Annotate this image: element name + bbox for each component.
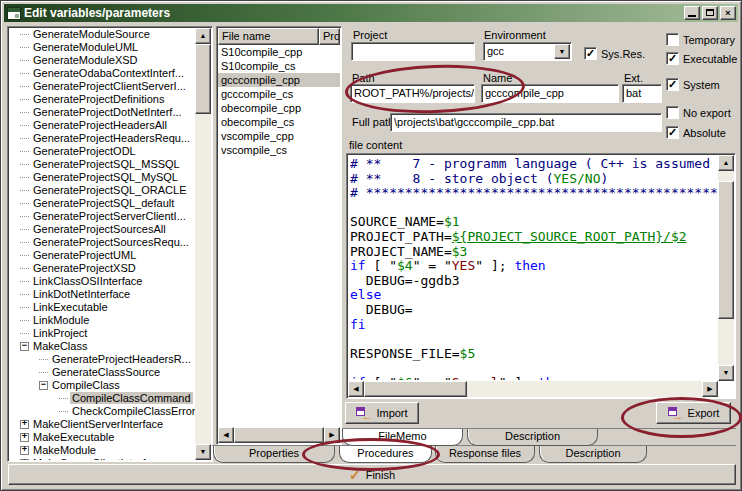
full-path-field[interactable]: \projects\bat\gcccompile_cpp.bat	[390, 113, 662, 132]
checkbox-box[interactable]: ✓	[666, 78, 679, 91]
tree-item-generateprojectsourcesrequ-[interactable]: GenerateProjectSourcesRequ...	[9, 236, 195, 249]
editor-hscroll-thumb[interactable]	[364, 381, 467, 397]
scroll-down-icon[interactable]: ▼	[195, 444, 211, 460]
checkbox-box[interactable]: ✓	[666, 52, 679, 65]
scroll-down-icon[interactable]: ▼	[718, 365, 734, 381]
project-field[interactable]	[351, 42, 475, 61]
file-list-item-S10compile_cpp[interactable]: S10compile_cpp	[218, 45, 340, 59]
tab-filememo[interactable]: FileMemo	[342, 429, 463, 446]
editor-vscroll-thumb[interactable]	[718, 181, 734, 319]
import-button[interactable]: ← Import	[345, 402, 419, 424]
tree-item-generateprojectheadersrequ-[interactable]: GenerateProjectHeadersRequ...	[9, 132, 195, 145]
tree-item-generateprojectheadersall[interactable]: GenerateProjectHeadersAll	[9, 119, 195, 132]
tree-item-generateprojectheadersr-[interactable]: GenerateProjectHeadersR...	[9, 353, 195, 366]
tree-item-generateprojectdotnetinterf-[interactable]: GenerateProjectDotNetInterf...	[9, 106, 195, 119]
executable-checkbox[interactable]: ✓Executable	[666, 52, 737, 65]
finish-button[interactable]: ✓ Finish	[8, 464, 736, 485]
tree-item-generatemoduleuml[interactable]: GenerateModuleUML	[9, 41, 195, 54]
tree-item-linkclassosiinterface[interactable]: LinkClassOSIInterface	[9, 275, 195, 288]
tab-response-files[interactable]: Response files	[435, 446, 535, 463]
tree-scrollbar[interactable]: ▲ ▼	[195, 28, 211, 460]
file-list-item-vscompile_cpp[interactable]: vscompile_cpp	[218, 129, 340, 143]
minimize-button[interactable]	[684, 6, 700, 20]
scroll-left-icon[interactable]: ◀	[348, 381, 364, 397]
tree-item-makemodule[interactable]: +MakeModule	[9, 444, 195, 457]
export-button[interactable]: → Export	[656, 402, 731, 424]
collapse-icon[interactable]: −	[20, 342, 29, 351]
tree-item-generateprojectuml[interactable]: GenerateProjectUML	[9, 249, 195, 262]
tree-item-makeexecutable[interactable]: +MakeExecutable	[9, 431, 195, 444]
tree-item-linkexecutable[interactable]: LinkExecutable	[9, 301, 195, 314]
temporary-checkbox[interactable]: Temporary	[666, 33, 735, 46]
absolute-checkbox[interactable]: ✓Absolute	[666, 126, 726, 139]
file-list-item-obecompile_cpp[interactable]: obecompile_cpp	[218, 101, 340, 115]
file-list-item-S10compile_cs[interactable]: S10compile_cs	[218, 59, 340, 73]
checkbox-box[interactable]	[666, 106, 679, 119]
noexport-checkbox[interactable]: No export	[666, 106, 731, 119]
tree-item-generatemodulesource[interactable]: GenerateModuleSource	[9, 28, 195, 41]
tree-item-generateprojectserverclienti-[interactable]: GenerateProjectServerClientI...	[9, 210, 195, 223]
checkbox-box[interactable]	[666, 33, 679, 46]
maximize-button[interactable]	[702, 6, 718, 20]
tab-properties[interactable]: Properties	[213, 446, 335, 463]
tree-item-linkproject[interactable]: LinkProject	[9, 327, 195, 340]
file-content-editor[interactable]: # ** 7 - programm language ( C++ is assu…	[346, 153, 736, 399]
tree-item-generatemodulexsd[interactable]: GenerateModuleXSD	[9, 54, 195, 67]
environment-combobox[interactable]: gcc ▼	[483, 42, 572, 61]
tree-item-generateclasssource[interactable]: GenerateClassSource	[9, 366, 195, 379]
expand-icon[interactable]: +	[20, 446, 29, 455]
scroll-up-icon[interactable]: ▲	[195, 28, 211, 44]
tree-item-makeclass[interactable]: −MakeClass	[9, 340, 195, 353]
file-list-hscrollbar[interactable]: ◀ ▶	[218, 427, 340, 443]
tree-item-compileclasscommand[interactable]: CompileClassCommand	[9, 392, 195, 405]
tree-item-generateprojectdefinitions[interactable]: GenerateProjectDefinitions	[9, 93, 195, 106]
tree-item-linkdotnetinterface[interactable]: LinkDotNetInterface	[9, 288, 195, 301]
editor-vscrollbar[interactable]: ▲ ▼	[718, 155, 734, 381]
expand-icon[interactable]: +	[20, 459, 29, 460]
checkbox-box[interactable]: ✓	[584, 47, 597, 60]
tree-item-generateprojectsql-default[interactable]: GenerateProjectSQL_default	[9, 197, 195, 210]
tree-item-generateprojectodl[interactable]: GenerateProjectODL	[9, 145, 195, 158]
tree-item-generateprojectsql-oracle[interactable]: GenerateProjectSQL_ORACLE	[9, 184, 195, 197]
column-header-pro[interactable]: Pro	[319, 28, 340, 45]
system-checkbox[interactable]: ✓System	[666, 78, 720, 91]
tree-item-makeclientserverinterface[interactable]: +MakeClientServerInterface	[9, 418, 195, 431]
ext-field[interactable]: bat	[622, 84, 662, 103]
close-icon[interactable]: ×	[720, 6, 736, 20]
name-field[interactable]: gcccompile_cpp	[481, 84, 619, 103]
sysres-checkbox[interactable]: ✓Sys.Res.	[584, 47, 645, 60]
file-list-item-obecompile_cs[interactable]: obecompile_cs	[218, 115, 340, 129]
scroll-right-icon[interactable]: ▶	[324, 427, 340, 443]
tree-scroll-thumb[interactable]	[195, 44, 211, 114]
tree-item-linkmodule[interactable]: LinkModule	[9, 314, 195, 327]
chevron-down-icon[interactable]: ▼	[554, 44, 570, 59]
tab-description[interactable]: Description	[467, 429, 598, 446]
tree-item-generateprojectclientserveri-[interactable]: GenerateProjectClientServerI...	[9, 80, 195, 93]
path-field[interactable]: ROOT_PATH%/projects/bat	[350, 84, 475, 103]
expand-icon[interactable]: +	[20, 433, 29, 442]
column-header-filename[interactable]: File name	[218, 28, 319, 45]
scroll-right-icon[interactable]: ▶	[702, 381, 718, 397]
tab-description[interactable]: Description	[539, 446, 647, 463]
tree-item-label: GenerateProjectSQL_MySQL	[31, 171, 180, 183]
tree-item-generateprojectxsd[interactable]: GenerateProjectXSD	[9, 262, 195, 275]
file-list-item-gcccompile_cpp[interactable]: gcccompile_cpp	[218, 73, 340, 87]
file-list-item-vscompile_cs[interactable]: vscompile_cs	[218, 143, 340, 157]
scroll-left-icon[interactable]: ◀	[218, 427, 234, 443]
tree-item-checkcompileclasserror[interactable]: CheckCompileClassError	[9, 405, 195, 418]
expand-icon[interactable]: +	[20, 420, 29, 429]
tree-item-generateodabacontextinterf-[interactable]: GenerateOdabaContextInterf...	[9, 67, 195, 80]
collapse-icon[interactable]: −	[39, 381, 48, 390]
tab-procedures[interactable]: Procedures	[339, 446, 432, 463]
tree-item-generateprojectsourcesall[interactable]: GenerateProjectSourcesAll	[9, 223, 195, 236]
file-list-item-gcccompile_cs[interactable]: gcccompile_cs	[218, 87, 340, 101]
scroll-up-icon[interactable]: ▲	[718, 155, 734, 171]
title-bar[interactable]: Edit variables/parameters ×	[4, 4, 738, 22]
tree-item-generateprojectsql-mssql[interactable]: GenerateProjectSQL_MSSQL	[9, 158, 195, 171]
tree-item-compileclass[interactable]: −CompileClass	[9, 379, 195, 392]
editor-hscrollbar[interactable]: ◀ ▶	[348, 381, 718, 397]
tree-item-generateprojectsql-mysql[interactable]: GenerateProjectSQL_MySQL	[9, 171, 195, 184]
file-list-scroll-thumb[interactable]	[234, 427, 324, 443]
tree-item-makeserverclientinterf-[interactable]: +MakeServerClientInterf...	[9, 457, 195, 460]
checkbox-box[interactable]: ✓	[666, 126, 679, 139]
